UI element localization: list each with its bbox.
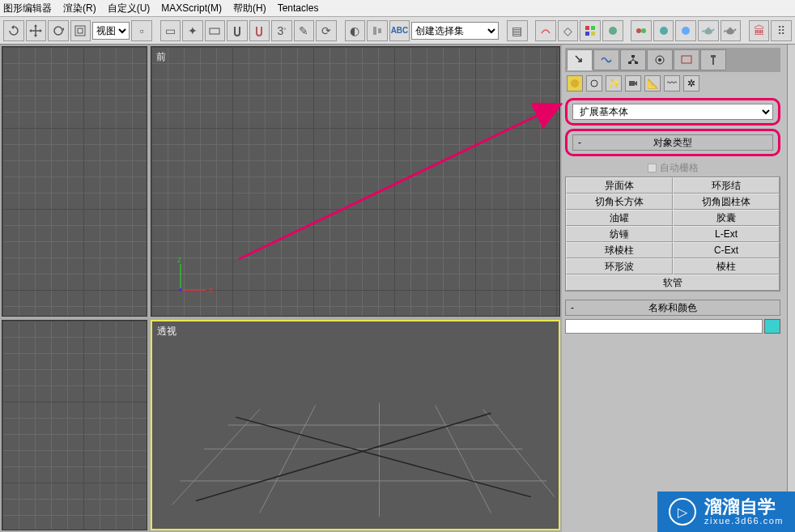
- named-selection-dropdown[interactable]: 创建选择集: [411, 22, 499, 40]
- obj-ringwave-button[interactable]: 环形波: [566, 258, 673, 275]
- obj-prism-button[interactable]: 棱柱: [673, 258, 780, 275]
- temple-icon-button[interactable]: 🏛: [749, 20, 770, 41]
- svg-point-12: [641, 28, 646, 33]
- menu-item[interactable]: 帮助(H): [233, 2, 266, 15]
- align-button[interactable]: [367, 20, 388, 41]
- highlight-category-dropdown: 扩展基本体: [565, 98, 780, 126]
- menu-item[interactable]: 渲染(R): [63, 2, 96, 15]
- svg-rect-4: [373, 27, 376, 35]
- grid-settings-button[interactable]: ⠿: [771, 20, 792, 41]
- svg-line-27: [172, 409, 260, 504]
- axis-gizmo: x z: [174, 256, 215, 296]
- render-frame-button[interactable]: [631, 20, 652, 41]
- object-name-input[interactable]: [565, 319, 763, 334]
- scale-button[interactable]: [70, 20, 91, 41]
- shapes-tab[interactable]: [586, 75, 602, 92]
- obj-cext-button[interactable]: C-Ext: [673, 242, 780, 258]
- teapot-quick-button[interactable]: [721, 20, 742, 41]
- obj-spindle-button[interactable]: 纺锤: [566, 226, 673, 242]
- manipulate-button[interactable]: ✦: [182, 20, 203, 41]
- side-scrollbar[interactable]: [787, 45, 795, 532]
- geometry-tab[interactable]: [567, 75, 583, 92]
- obj-chamerbox-button[interactable]: 切角长方体: [566, 194, 673, 210]
- svg-rect-5: [378, 28, 381, 33]
- pivot-button[interactable]: ▫: [131, 20, 152, 41]
- obj-torusknot-button[interactable]: 环形结: [673, 177, 780, 194]
- text-display-button[interactable]: ABC: [389, 20, 410, 41]
- geometry-category-dropdown[interactable]: 扩展基本体: [572, 104, 773, 120]
- edit-named-sel-button[interactable]: ⟳: [316, 20, 337, 41]
- svg-point-11: [636, 28, 641, 33]
- svg-rect-8: [585, 32, 589, 36]
- move-button[interactable]: [26, 20, 47, 41]
- obj-hedra-button[interactable]: 异面体: [566, 177, 673, 194]
- svg-point-0: [54, 27, 62, 35]
- snap-toggle-button[interactable]: [227, 20, 248, 41]
- motion-tab[interactable]: [647, 49, 673, 70]
- perspective-grid-icon: [152, 321, 559, 529]
- auto-grid-checkbox[interactable]: [648, 164, 657, 172]
- schematic-view-button[interactable]: ◇: [558, 20, 579, 41]
- undo-button[interactable]: [3, 20, 24, 41]
- layer-manager-button[interactable]: ▤: [507, 20, 528, 41]
- lights-tab[interactable]: ✨: [606, 75, 622, 92]
- auto-grid-row: 自动栅格: [565, 160, 780, 177]
- svg-point-41: [591, 80, 597, 87]
- material-editor-button[interactable]: [580, 20, 601, 41]
- quick-render-button[interactable]: [653, 20, 674, 41]
- svg-point-18: [729, 28, 732, 29]
- obj-oiltank-button[interactable]: 油罐: [566, 210, 673, 226]
- viewport-perspective[interactable]: 透视: [151, 320, 560, 530]
- render-setup-button[interactable]: [602, 20, 623, 41]
- main-toolbar: 视图 ▫ ▭ ✦ 3° ✎ ⟳ ◐ ABC 创建选择集 ▤ ◇ 🏛 ⠿: [0, 17, 795, 45]
- svg-rect-35: [628, 62, 631, 64]
- rollout-title: 名称和颜色: [648, 301, 697, 315]
- spinner-snap-button[interactable]: ✎: [294, 20, 315, 41]
- viewport-label: 前: [156, 50, 166, 64]
- svg-rect-9: [591, 32, 595, 36]
- helpers-tab[interactable]: 📐: [644, 75, 661, 92]
- viewport-top-left[interactable]: [2, 46, 147, 317]
- svg-point-16: [707, 28, 710, 29]
- svg-line-32: [236, 417, 530, 496]
- keyboard-shortcuts-button[interactable]: [205, 20, 226, 41]
- angle-snap-button[interactable]: [249, 20, 270, 41]
- render-preset-button[interactable]: [675, 20, 696, 41]
- obj-chamercyl-button[interactable]: 切角圆柱体: [673, 194, 780, 210]
- mirror-button[interactable]: ◐: [345, 20, 366, 41]
- auto-grid-label: 自动栅格: [660, 161, 699, 175]
- command-panel: ✨ 📐 〰 ✲ 扩展基本体 - 对象类型 自动栅格: [562, 45, 795, 532]
- hierarchy-tab[interactable]: [620, 49, 646, 70]
- obj-capsule-button[interactable]: 胶囊: [673, 210, 780, 226]
- menu-item[interactable]: Tentacles: [278, 2, 319, 14]
- teapot-render-button[interactable]: [698, 20, 719, 41]
- systems-tab[interactable]: ✲: [683, 75, 699, 92]
- obj-hose-button[interactable]: 软管: [566, 275, 780, 291]
- svg-rect-39: [682, 56, 691, 63]
- grid-icon: [2, 47, 147, 316]
- spacewarp-tab[interactable]: 〰: [664, 75, 680, 92]
- utilities-tab[interactable]: [700, 49, 726, 70]
- viewport-bottom-left[interactable]: [2, 320, 147, 530]
- reference-coord-dropdown[interactable]: 视图: [92, 22, 130, 40]
- menu-item[interactable]: MAXScript(M): [161, 2, 222, 14]
- display-tab[interactable]: [674, 49, 699, 70]
- cameras-tab[interactable]: [625, 75, 641, 92]
- menu-item[interactable]: 自定义(U): [108, 2, 151, 15]
- viewport-front[interactable]: 前 x z: [151, 46, 560, 317]
- obj-gengon-button[interactable]: 球棱柱: [566, 242, 673, 258]
- svg-rect-2: [78, 28, 83, 33]
- svg-text:x: x: [209, 285, 213, 294]
- object-type-rollout-header[interactable]: - 对象类型: [572, 134, 773, 151]
- name-color-rollout-header[interactable]: - 名称和颜色: [565, 300, 780, 316]
- viewports-container: 前 x z 透视: [0, 45, 562, 532]
- modify-tab[interactable]: [593, 49, 619, 70]
- percent-snap-button[interactable]: 3°: [271, 20, 292, 41]
- rotate-button[interactable]: [48, 20, 69, 41]
- create-tab[interactable]: [567, 49, 593, 70]
- menu-item[interactable]: 图形编辑器: [3, 2, 52, 15]
- curve-editor-button[interactable]: [535, 20, 556, 41]
- select-button[interactable]: ▭: [160, 20, 181, 41]
- obj-lext-button[interactable]: L-Ext: [673, 226, 780, 242]
- object-color-swatch[interactable]: [764, 319, 780, 334]
